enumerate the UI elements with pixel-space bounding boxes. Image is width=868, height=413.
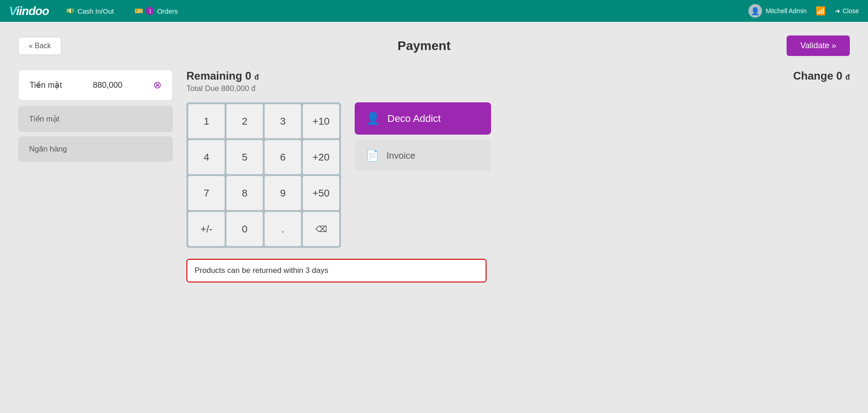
numpad-customer-row: 123+10456+20789+50+/-0.⌫ 👤 Deco Addict 📄… bbox=[186, 102, 850, 248]
numpad-key-4[interactable]: 4 bbox=[188, 140, 225, 174]
total-due: Total Due 880,000 đ bbox=[186, 84, 259, 93]
numpad-key-1[interactable]: 1 bbox=[188, 104, 225, 138]
orders-label: Orders bbox=[157, 7, 178, 15]
change-label: Change 0 đ bbox=[793, 70, 850, 82]
invoice-button[interactable]: 📄 Invoice bbox=[355, 140, 491, 171]
right-panel: Remaining 0 đ Total Due 880,000 đ C bbox=[186, 70, 850, 282]
user-name: Mitchell Admin bbox=[766, 7, 807, 15]
customer-name: Deco Addict bbox=[387, 113, 441, 125]
app-logo[interactable]: Viindoo bbox=[9, 4, 49, 18]
orders-nav[interactable]: 🎫 1 Orders bbox=[131, 5, 181, 17]
numpad-key-2[interactable]: 2 bbox=[226, 104, 263, 138]
page-header: « Back Payment Validate » bbox=[18, 35, 850, 56]
remaining-section: Remaining 0 đ Total Due 880,000 đ bbox=[186, 70, 259, 93]
bank-method-button[interactable]: Ngân hàng bbox=[18, 136, 173, 162]
orders-icon: 🎫 bbox=[135, 7, 143, 15]
numpad-key-plus20[interactable]: +20 bbox=[303, 140, 339, 174]
cash-inout-label: Cash In/Out bbox=[77, 7, 114, 15]
content-area: Tiền mặt 880,000 ⊗ Tiền mặt Ngân hàng Re… bbox=[18, 70, 850, 282]
close-label: Close bbox=[843, 7, 859, 15]
main-content: « Back Payment Validate » Tiền mặt 880,0… bbox=[0, 22, 868, 413]
validate-button[interactable]: Validate » bbox=[787, 35, 850, 56]
numpad-key-9[interactable]: 9 bbox=[265, 176, 301, 210]
remaining-label: Remaining 0 đ bbox=[186, 70, 259, 82]
cash-inout-icon: 💵 bbox=[66, 7, 75, 15]
page-title: Payment bbox=[397, 39, 451, 53]
numpad-key-0[interactable]: 0 bbox=[226, 212, 263, 246]
invoice-label: Invoice bbox=[386, 151, 415, 161]
numpad-key-7[interactable]: 7 bbox=[188, 176, 225, 210]
avatar: 👤 bbox=[748, 4, 762, 18]
left-panel: Tiền mặt 880,000 ⊗ Tiền mặt Ngân hàng bbox=[18, 70, 173, 282]
note-input[interactable] bbox=[186, 259, 487, 282]
numpad-key-plus50[interactable]: +50 bbox=[303, 176, 339, 210]
back-button[interactable]: « Back bbox=[18, 37, 61, 55]
numpad-key-6[interactable]: 6 bbox=[265, 140, 301, 174]
action-buttons: 👤 Deco Addict 📄 Invoice bbox=[355, 102, 491, 171]
close-button[interactable]: ➜ Close bbox=[835, 7, 859, 15]
topnav-right: 👤 Mitchell Admin 📶 ➜ Close bbox=[748, 4, 859, 18]
change-section: Change 0 đ bbox=[793, 70, 850, 82]
numpad-key-plusslash-[interactable]: +/- bbox=[188, 212, 225, 246]
cash-inout-nav[interactable]: 💵 Cash In/Out bbox=[62, 5, 117, 17]
customer-button[interactable]: 👤 Deco Addict bbox=[355, 102, 491, 135]
amounts-row: Remaining 0 đ Total Due 880,000 đ C bbox=[186, 70, 850, 93]
cash-method-button[interactable]: Tiền mặt bbox=[18, 106, 173, 132]
invoice-icon: 📄 bbox=[366, 149, 379, 162]
active-method-amount: 880,000 bbox=[93, 81, 122, 90]
numpad-key-dot[interactable]: . bbox=[265, 212, 301, 246]
wifi-icon[interactable]: 📶 bbox=[816, 6, 826, 16]
active-payment-method: Tiền mặt 880,000 ⊗ bbox=[18, 70, 173, 101]
numpad-key-8[interactable]: 8 bbox=[226, 176, 263, 210]
numpad-key-3[interactable]: 3 bbox=[265, 104, 301, 138]
user-menu[interactable]: 👤 Mitchell Admin bbox=[748, 4, 807, 18]
customer-icon: 👤 bbox=[366, 111, 380, 126]
numpad: 123+10456+20789+50+/-0.⌫ bbox=[186, 102, 341, 248]
numpad-key-backspace[interactable]: ⌫ bbox=[303, 212, 339, 246]
orders-badge: 1 bbox=[146, 7, 154, 15]
active-method-name: Tiền mặt bbox=[30, 80, 62, 90]
close-icon: ➜ bbox=[835, 7, 840, 15]
remove-payment-icon[interactable]: ⊗ bbox=[153, 79, 161, 91]
numpad-key-plus10[interactable]: +10 bbox=[303, 104, 339, 138]
numpad-key-5[interactable]: 5 bbox=[226, 140, 263, 174]
note-section bbox=[186, 259, 850, 282]
topnav: Viindoo 💵 Cash In/Out 🎫 1 Orders 👤 Mitch… bbox=[0, 0, 868, 22]
